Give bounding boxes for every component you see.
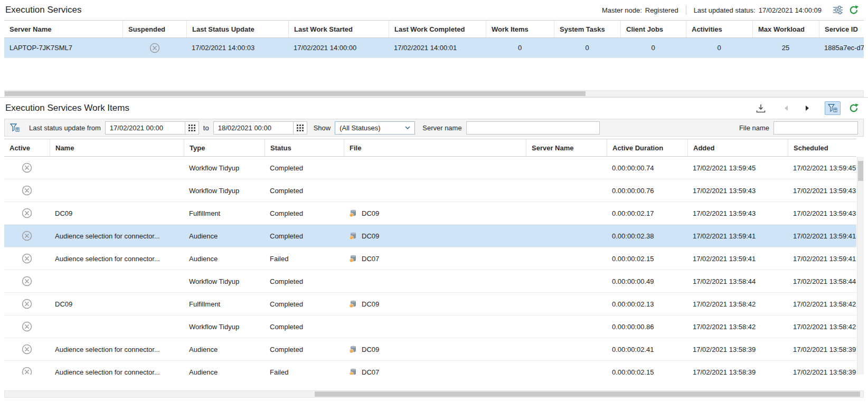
cell-file: DC07 bbox=[344, 361, 526, 375]
show-label: Show bbox=[314, 124, 331, 132]
page-title: Execution Services bbox=[5, 5, 82, 15]
download-icon[interactable] bbox=[753, 101, 769, 115]
services-col-server-name[interactable]: Server Name bbox=[4, 21, 122, 37]
file-name-input[interactable] bbox=[773, 121, 858, 135]
services-col-last-work-completed[interactable]: Last Work Completed bbox=[389, 21, 486, 37]
active-status-icon bbox=[22, 208, 32, 218]
file-table-icon bbox=[349, 209, 357, 217]
services-col-client-jobs[interactable]: Client Jobs bbox=[620, 21, 686, 37]
cell-scheduled: 17/02/2021 13:58:42 bbox=[788, 315, 856, 338]
cell-active-duration: 0.00:00:00.74 bbox=[607, 157, 687, 179]
work-items-col-type[interactable]: Type bbox=[184, 139, 265, 156]
cell-scheduled: 17/02/2021 13:58:44 bbox=[788, 270, 856, 292]
work-items-title: Execution Services Work Items bbox=[5, 103, 129, 113]
prev-page-icon[interactable] bbox=[778, 101, 794, 115]
work-item-row[interactable]: Audience selection for connector...Audie… bbox=[4, 247, 856, 270]
services-hscrollbar-thumb[interactable] bbox=[5, 91, 586, 96]
services-hscrollbar[interactable] bbox=[4, 90, 864, 97]
services-row[interactable]: LAPTOP-7JK7SML7 17/02/2021 14:00:03 17/0… bbox=[4, 38, 864, 58]
file-name-text: DC09 bbox=[362, 300, 379, 308]
work-item-row[interactable]: Audience selection for connector...Audie… bbox=[4, 225, 856, 247]
last-updated-value: 17/02/2021 14:00:09 bbox=[759, 6, 822, 14]
cell-active-duration: 0.00:00:02.17 bbox=[607, 202, 687, 224]
services-table: Server NameSuspendedLast Status UpdateLa… bbox=[4, 20, 864, 97]
file-name-text: DC09 bbox=[362, 232, 379, 240]
cell-name bbox=[50, 157, 184, 179]
work-items-hscrollbar-thumb[interactable] bbox=[315, 391, 860, 397]
cell-status: Completed bbox=[265, 293, 344, 315]
cell-last-status-update: 17/02/2021 14:00:03 bbox=[186, 38, 288, 58]
work-items-col-active-duration[interactable]: Active Duration bbox=[607, 139, 687, 156]
file-table-icon bbox=[349, 254, 357, 263]
cell-system-tasks: 0 bbox=[554, 38, 620, 58]
cell-name: Audience selection for connector... bbox=[50, 225, 184, 247]
calendar-icon[interactable] bbox=[293, 122, 307, 134]
cell-last-work-completed: 17/02/2021 14:00:01 bbox=[389, 38, 486, 58]
work-items-col-file[interactable]: File bbox=[344, 139, 526, 156]
work-item-row[interactable]: Workflow TidyupCompleted0.00:00:00.7617/… bbox=[4, 179, 856, 202]
active-status-icon bbox=[22, 231, 32, 241]
services-col-last-status-update[interactable]: Last Status Update bbox=[186, 21, 288, 37]
filter-toggle-button[interactable] bbox=[825, 101, 841, 115]
work-item-row[interactable]: Workflow TidyupCompleted0.00:00:00.4917/… bbox=[4, 270, 856, 293]
services-col-work-items[interactable]: Work Items bbox=[486, 21, 554, 37]
services-col-suspended[interactable]: Suspended bbox=[122, 21, 186, 37]
settings-icon[interactable] bbox=[830, 3, 846, 17]
cell-active bbox=[4, 293, 50, 315]
cell-scheduled: 17/02/2021 13:59:43 bbox=[788, 179, 856, 202]
work-item-row[interactable]: Audience selection for connector...Audie… bbox=[4, 361, 856, 375]
active-status-icon bbox=[22, 162, 32, 173]
date-from-input[interactable] bbox=[106, 122, 185, 134]
calendar-icon[interactable] bbox=[185, 122, 199, 134]
work-items-vscrollbar-thumb[interactable] bbox=[858, 161, 863, 181]
cell-scheduled: 17/02/2021 13:58:42 bbox=[788, 293, 856, 315]
work-items-col-scheduled[interactable]: Scheduled bbox=[788, 139, 856, 156]
work-items-col-status[interactable]: Status bbox=[265, 139, 344, 156]
work-item-row[interactable]: Workflow TidyupCompleted0.00:00:00.8617/… bbox=[4, 315, 856, 338]
file-name-text: DC09 bbox=[362, 209, 379, 217]
services-col-max-workload[interactable]: Max Workload bbox=[752, 21, 819, 37]
cell-status: Completed bbox=[265, 157, 344, 179]
work-items-hscrollbar[interactable] bbox=[4, 390, 864, 398]
work-items-col-server-name[interactable]: Server Name bbox=[526, 139, 607, 156]
work-items-vscrollbar[interactable] bbox=[857, 157, 864, 375]
master-node-value: Registered bbox=[645, 6, 678, 14]
cell-type: Workflow Tidyup bbox=[184, 270, 265, 292]
work-item-row[interactable]: Workflow TidyupCompleted0.00:00:00.7417/… bbox=[4, 157, 856, 179]
cell-active bbox=[4, 202, 50, 224]
cell-last-work-started: 17/02/2021 14:00:00 bbox=[288, 38, 389, 58]
services-col-service-id[interactable]: Service ID bbox=[819, 21, 864, 37]
work-item-row[interactable]: DC09FulfillmentCompletedDC090.00:00:02.1… bbox=[4, 202, 856, 225]
cell-client-jobs: 0 bbox=[620, 38, 686, 58]
cell-name: Audience selection for connector... bbox=[50, 247, 184, 270]
file-name-label: File name bbox=[739, 124, 769, 132]
server-name-input[interactable] bbox=[466, 121, 600, 135]
services-col-last-work-started[interactable]: Last Work Started bbox=[288, 21, 389, 37]
work-items-col-name[interactable]: Name bbox=[50, 139, 184, 156]
cell-active-duration: 0.00:00:00.49 bbox=[607, 270, 687, 292]
work-items-col-active[interactable]: Active bbox=[4, 139, 50, 156]
services-col-system-tasks[interactable]: System Tasks bbox=[554, 21, 620, 37]
master-node-label: Master node: bbox=[602, 6, 642, 14]
divider bbox=[686, 5, 686, 15]
cell-active bbox=[4, 225, 50, 247]
cell-active bbox=[4, 157, 50, 179]
work-items-col-added[interactable]: Added bbox=[687, 139, 788, 156]
cell-type: Workflow Tidyup bbox=[184, 157, 265, 179]
cell-status: Failed bbox=[265, 361, 344, 375]
refresh-work-items-icon[interactable] bbox=[846, 101, 862, 115]
file-table-icon bbox=[349, 345, 357, 353]
cell-name bbox=[50, 315, 184, 338]
services-col-activities[interactable]: Activities bbox=[686, 21, 752, 37]
cell-status: Failed bbox=[265, 247, 344, 270]
cell-name bbox=[50, 179, 184, 202]
date-to-input[interactable] bbox=[214, 122, 293, 134]
next-page-icon[interactable] bbox=[799, 101, 815, 115]
cell-server-name bbox=[526, 315, 607, 338]
work-item-row[interactable]: DC09FulfillmentCompletedDC090.00:00:02.1… bbox=[4, 293, 856, 315]
cell-type: Workflow Tidyup bbox=[184, 179, 265, 202]
work-item-row[interactable]: Audience selection for connector...Audie… bbox=[4, 338, 856, 361]
work-items-filter-bar: Last status update from to S bbox=[4, 119, 864, 137]
status-select[interactable]: (All Statuses) bbox=[335, 121, 415, 135]
refresh-services-icon[interactable] bbox=[846, 3, 862, 17]
